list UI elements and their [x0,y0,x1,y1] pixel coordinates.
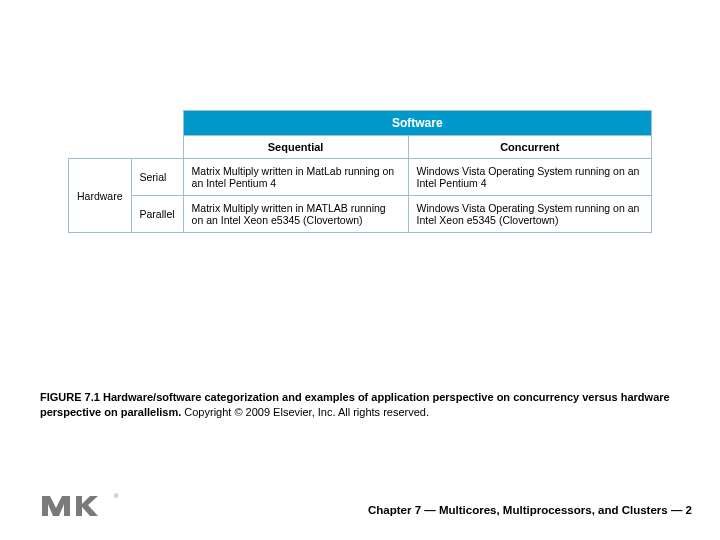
categorization-table: Software Sequential Concurrent Hardware … [68,110,652,233]
caption-rest: Copyright © 2009 Elsevier, Inc. All righ… [181,406,429,418]
footer: ® Chapter 7 — Multicores, Multiprocessor… [0,482,720,522]
header-sequential: Sequential [183,136,408,159]
parallel-label: Parallel [131,196,183,233]
serial-label: Serial [131,159,183,196]
header-row-2: Sequential Concurrent [69,136,652,159]
header-blank [69,111,184,136]
mk-logo-icon: ® [40,490,120,522]
row-parallel: Parallel Matrix Multiply written in MATL… [69,196,652,233]
publisher-logo: ® [40,490,120,522]
slide: Software Sequential Concurrent Hardware … [0,0,720,540]
footer-text: Chapter 7 — Multicores, Multiprocessors,… [368,504,692,516]
cell-parallel-sequential: Matrix Multiply written in MATLAB runnin… [183,196,408,233]
hardware-label: Hardware [69,159,132,233]
header-concurrent: Concurrent [408,136,651,159]
header-row-1: Software [69,111,652,136]
header-blank-2 [69,136,184,159]
row-serial: Hardware Serial Matrix Multiply written … [69,159,652,196]
figure-caption: FIGURE 7.1 Hardware/software categorizat… [40,390,680,420]
svg-text:®: ® [114,493,119,499]
figure-table: Software Sequential Concurrent Hardware … [68,110,652,233]
cell-serial-sequential: Matrix Multiply written in MatLab runnin… [183,159,408,196]
cell-parallel-concurrent: Windows Vista Operating System running o… [408,196,651,233]
cell-serial-concurrent: Windows Vista Operating System running o… [408,159,651,196]
header-software: Software [183,111,651,136]
